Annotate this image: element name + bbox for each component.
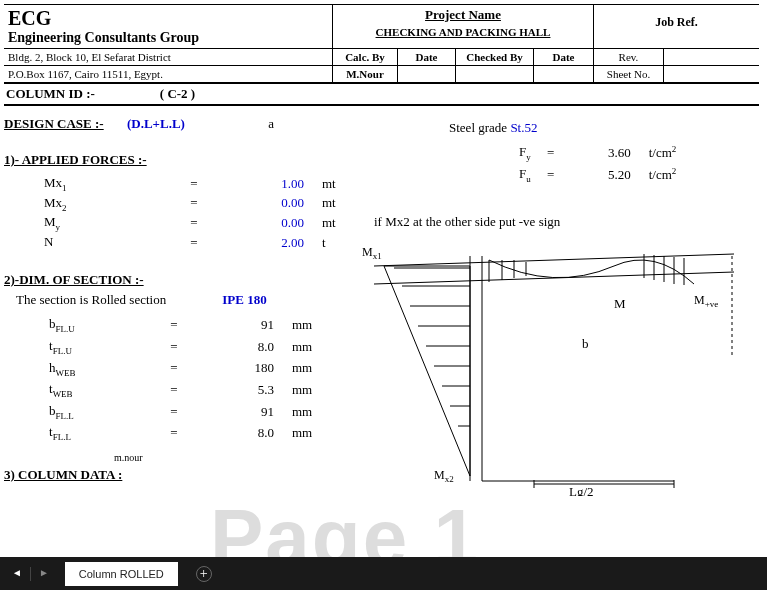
tab-nav-right-icon[interactable]: ► (33, 567, 55, 581)
design-letter: a (268, 116, 274, 131)
ipe-value: IPE 180 (209, 292, 279, 308)
fu-row: Fu = 5.20 t/cm2 (519, 166, 676, 184)
force-unit: mt (304, 176, 354, 192)
calcby-value: M.Nour (332, 66, 397, 82)
dim-val: 180 (204, 360, 274, 376)
sheet-value (663, 66, 759, 82)
dim-unit: mm (274, 360, 324, 376)
column-id-label: COLUMN ID :- (4, 86, 95, 102)
dim-val: 5.3 (204, 382, 274, 398)
address-2: P.O.Box 1167, Cairo 11511, Egypt. (4, 66, 332, 82)
date-header: Date (397, 49, 455, 65)
dim-unit: mm (274, 425, 324, 441)
page-watermark: Page 1 (210, 492, 480, 557)
force-eq: = (144, 215, 244, 231)
dim-eq: = (144, 425, 204, 441)
dim-sym: hWEB (4, 360, 144, 378)
date2-header: Date (533, 49, 593, 65)
dim-eq: = (144, 317, 204, 333)
header-row: ECG Engineering Consultants Group Projec… (4, 4, 759, 48)
force-sym: Mx1 (4, 175, 144, 193)
moment-diagram: Mx1 Mx2 M M+ve b Lg/2 (354, 236, 744, 496)
section-is-text: The section is Rolled section (16, 292, 166, 307)
tab-nav: ◄ ► (0, 567, 55, 581)
steel-grade-value: St.52 (510, 120, 537, 135)
fu-unit: t/cm2 (649, 166, 677, 183)
fy-eq: = (531, 145, 571, 161)
dim-eq: = (144, 339, 204, 355)
svg-line-2 (374, 254, 734, 266)
dim-unit: mm (274, 404, 324, 420)
tab-nav-left-icon[interactable]: ◄ (6, 567, 28, 581)
mx2-note: if Mx2 at the other side put -ve sign (374, 214, 560, 230)
dim-sym: tWEB (4, 381, 144, 399)
force-eq: = (144, 176, 244, 192)
force-val: 0.00 (244, 215, 304, 231)
checkedby-header: Checked By (455, 49, 533, 65)
dim-val: 8.0 (204, 339, 274, 355)
dim-sym: bFL.L (4, 403, 144, 421)
dim-eq: = (144, 404, 204, 420)
diagram-mx1: Mx1 (362, 245, 382, 261)
dim-val: 91 (204, 317, 274, 333)
dim-unit: mm (274, 339, 324, 355)
address-1: Bldg. 2, Block 10, El Sefarat District (4, 49, 332, 65)
steel-grade: Steel grade St.52 (449, 120, 537, 136)
column-id-value: ( C-2 ) (160, 86, 195, 102)
dim-sym: tFL.L (4, 424, 144, 442)
diagram-mtve: M+ve (694, 293, 718, 309)
dim-eq: = (144, 382, 204, 398)
column-id-row: COLUMN ID :- ( C-2 ) (4, 84, 759, 106)
force-eq: = (144, 235, 244, 251)
sheet-tab-column-rolled[interactable]: Column ROLLED (65, 562, 178, 586)
dim-sym: tFL.U (4, 338, 144, 356)
design-case-row: DESIGN CASE :- (D.L+L.L) a (4, 116, 759, 132)
sheet-header: Sheet No. (593, 66, 663, 82)
force-unit: t (304, 235, 354, 251)
force-sym: Mx2 (4, 195, 144, 213)
svg-marker-4 (384, 266, 470, 476)
force-val: 0.00 (244, 195, 304, 211)
fu-sym: Fu (519, 166, 531, 184)
fy-unit: t/cm2 (649, 144, 677, 161)
dim-val: 91 (204, 404, 274, 420)
fu-val: 5.20 (571, 167, 631, 183)
diagram-mx2: Mx2 (434, 468, 454, 484)
info-header-row: Bldg. 2, Block 10, El Sefarat District C… (4, 48, 759, 65)
diagram-b: b (582, 336, 589, 351)
force-unit: mt (304, 195, 354, 211)
company-block: ECG Engineering Consultants Group (4, 5, 332, 48)
company-name: ECG (8, 7, 328, 30)
blank-cell (663, 49, 759, 65)
force-eq: = (144, 195, 244, 211)
fy-sym: Fy (519, 144, 531, 162)
project-label: Project Name (333, 5, 593, 25)
project-block: Project Name CHECKING AND PACKING HALL (332, 5, 593, 48)
force-row: Mx2=0.00mt (4, 194, 759, 214)
sheet-tab-bar: ◄ ► Column ROLLED + (0, 557, 767, 590)
calcby-header: Calc. By (332, 49, 397, 65)
add-sheet-button[interactable]: + (196, 566, 212, 582)
plus-icon: + (200, 566, 208, 582)
jobref-label: Job Ref. (655, 15, 698, 29)
jobref-block: Job Ref. (593, 5, 759, 48)
force-unit: mt (304, 215, 354, 231)
fy-val: 3.60 (571, 145, 631, 161)
project-value: CHECKING AND PACKING HALL (333, 25, 593, 40)
fu-eq: = (531, 167, 571, 183)
company-subtitle: Engineering Consultants Group (8, 30, 328, 46)
tab-nav-separator (30, 567, 31, 581)
date-value (397, 66, 455, 82)
force-sym: N (4, 234, 144, 252)
force-val: 1.00 (244, 176, 304, 192)
document-page: ECG Engineering Consultants Group Projec… (0, 0, 767, 557)
checkedby-value (455, 66, 533, 82)
steel-grade-label: Steel grade (449, 120, 507, 135)
diagram-m: M (614, 296, 626, 311)
dim-unit: mm (274, 382, 324, 398)
force-sym: My (4, 214, 144, 232)
diagram-lg2: Lg/2 (569, 484, 594, 496)
rev-header: Rev. (593, 49, 663, 65)
content-area: DESIGN CASE :- (D.L+L.L) a Steel grade S… (4, 106, 759, 483)
design-case-label: DESIGN CASE :- (4, 116, 104, 131)
